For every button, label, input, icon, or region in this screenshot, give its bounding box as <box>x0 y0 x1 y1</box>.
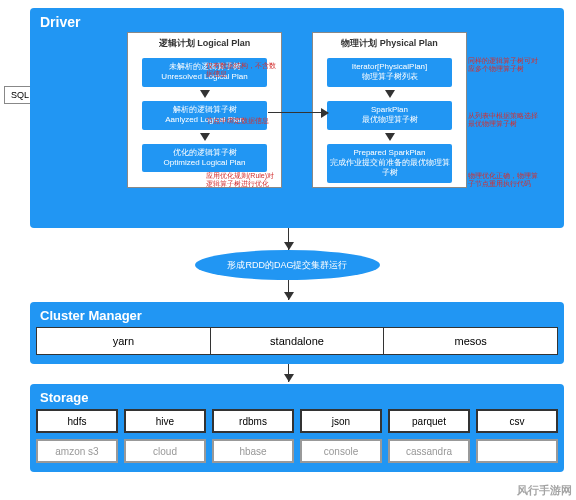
storage-console: console <box>300 439 382 463</box>
anno-physical-2: 物理优化正确，物理算子节点重用执行代码 <box>468 172 543 189</box>
physical-step-sparkplan: SparkPlan最优物理算子树 <box>327 101 452 130</box>
anno-logical-1: 节点中绑定数据信息 <box>206 117 281 125</box>
anno-physical-0: 同样的逻辑算子树可对应多个物理算子树 <box>468 57 543 74</box>
logical-step-optimized: 优化的逻辑算子树Optimized Logical Plan <box>142 144 267 173</box>
storage-cassandra: cassandra <box>388 439 470 463</box>
physical-plan-title: 物理计划 Physical Plan <box>341 37 438 50</box>
storage-rdbms: rdbms <box>212 409 294 433</box>
storage-panel: Storage hdfs hive rdbms json parquet csv… <box>30 384 564 472</box>
cluster-manager-panel: Cluster Manager yarn standalone mesos <box>30 302 564 364</box>
storage-cloud: cloud <box>124 439 206 463</box>
driver-title: Driver <box>36 14 558 30</box>
storage-hbase: hbase <box>212 439 294 463</box>
anno-physical-1: 从列表中根据策略选择最优物理算子树 <box>468 112 543 129</box>
storage-parquet: parquet <box>388 409 470 433</box>
storage-hdfs: hdfs <box>36 409 118 433</box>
connector-dag-cluster <box>288 280 289 300</box>
physical-plan-column: 物理计划 Physical Plan Iterator[PhysicalPlan… <box>312 32 467 188</box>
storage-json: json <box>300 409 382 433</box>
storage-csv: csv <box>476 409 558 433</box>
storage-row-secondary: amzon s3 cloud hbase console cassandra <box>36 439 558 463</box>
storage-empty <box>476 439 558 463</box>
arrow-down-icon <box>385 90 395 98</box>
plan-transition-arrow <box>268 112 328 113</box>
physical-step-prepared: Prepared SparkPlan完成作业提交前准备的最优物理算子树 <box>327 144 452 183</box>
watermark: 风行手游网 <box>517 483 572 498</box>
logical-plan-title: 逻辑计划 Logical Plan <box>159 37 251 50</box>
storage-hive: hive <box>124 409 206 433</box>
dag-node: 形成RDD的DAG提交集群运行 <box>195 250 380 280</box>
cluster-row: yarn standalone mesos <box>36 327 558 355</box>
driver-panel: Driver 逻辑计划 Logical Plan 未解析的逻辑算子树Unreso… <box>30 8 564 228</box>
cluster-item-yarn: yarn <box>37 328 211 354</box>
cluster-item-mesos: mesos <box>384 328 557 354</box>
anno-logical-0: 仅有数据结构，不含数据信息 <box>206 62 281 79</box>
arrow-down-icon <box>200 133 210 141</box>
cluster-title: Cluster Manager <box>36 308 558 323</box>
storage-title: Storage <box>36 390 558 405</box>
physical-step-iterator: Iterator[PhysicalPlan]物理算子树列表 <box>327 58 452 87</box>
connector-cluster-storage <box>288 364 289 382</box>
logical-plan-column: 逻辑计划 Logical Plan 未解析的逻辑算子树Unresolved Lo… <box>127 32 282 188</box>
anno-logical-2: 应用优化规则(Rule)对逻辑算子树进行优化 <box>206 172 281 189</box>
storage-amazon-s3: amzon s3 <box>36 439 118 463</box>
cluster-item-standalone: standalone <box>211 328 385 354</box>
storage-row-primary: hdfs hive rdbms json parquet csv <box>36 409 558 433</box>
arrow-down-icon <box>385 133 395 141</box>
connector-driver-dag <box>288 228 289 250</box>
arrow-down-icon <box>200 90 210 98</box>
